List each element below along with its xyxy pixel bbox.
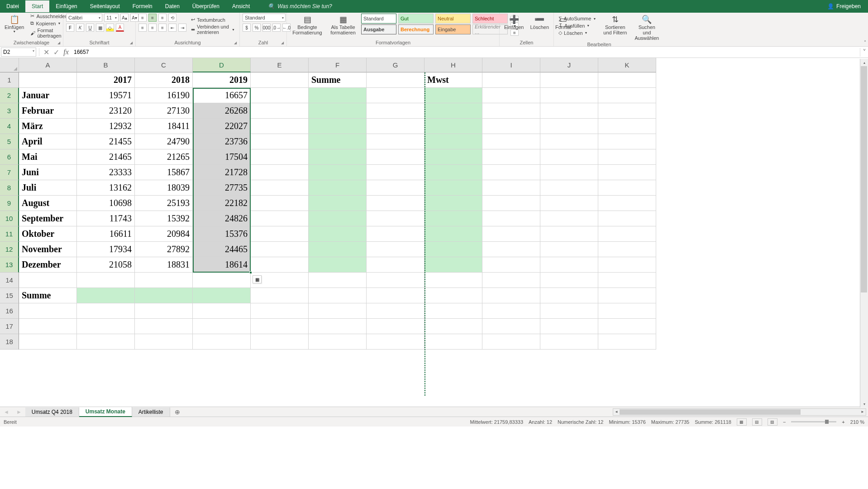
clear-button[interactable]: ◇Löschen▼ [557, 29, 598, 36]
cell-H1[interactable]: Mwst [424, 72, 482, 88]
cell-G9[interactable] [367, 196, 424, 211]
cell-A6[interactable]: Mai [19, 149, 77, 165]
cell-E9[interactable] [251, 196, 309, 211]
cell-A14[interactable] [19, 273, 77, 288]
cell-G17[interactable] [367, 319, 424, 334]
cell-A9[interactable]: August [19, 196, 77, 211]
cell-B10[interactable]: 11743 [77, 211, 135, 226]
cell-D8[interactable]: 27735 [193, 180, 251, 196]
cell-C12[interactable]: 27892 [135, 242, 193, 257]
row-header-2[interactable]: 2 [0, 88, 19, 103]
cell-B13[interactable]: 21058 [77, 257, 135, 273]
cell-J8[interactable] [540, 180, 598, 196]
align-right-button[interactable]: ≡ [158, 24, 167, 32]
share-button[interactable]: 👤 Freigeben [827, 3, 861, 10]
tab-ueberpruefen[interactable]: Überprüfen [186, 0, 226, 12]
cell-C6[interactable]: 21265 [135, 149, 193, 165]
cell-D11[interactable]: 15376 [193, 226, 251, 242]
cell-F6[interactable] [309, 149, 367, 165]
decrease-indent-button[interactable]: ⇤ [168, 24, 176, 32]
cell-C3[interactable]: 27130 [135, 103, 193, 119]
cell-D7[interactable]: 21728 [193, 165, 251, 180]
font-color-button[interactable]: A [116, 24, 124, 32]
number-dialog-launcher[interactable]: ◢ [281, 41, 286, 45]
column-header-I[interactable]: I [482, 58, 540, 72]
cell-F2[interactable] [309, 88, 367, 103]
cell-F13[interactable] [309, 257, 367, 273]
row-header-14[interactable]: 14 [0, 273, 19, 288]
cell-C15[interactable] [135, 288, 193, 303]
cell-K1[interactable] [598, 72, 656, 88]
cell-K14[interactable] [598, 273, 656, 288]
cell-K15[interactable] [598, 288, 656, 303]
cell-J17[interactable] [540, 319, 598, 334]
row-header-16[interactable]: 16 [0, 303, 19, 319]
cell-F5[interactable] [309, 134, 367, 149]
cell-A7[interactable]: Juni [19, 165, 77, 180]
cell-J14[interactable] [540, 273, 598, 288]
cell-F17[interactable] [309, 319, 367, 334]
cell-K9[interactable] [598, 196, 656, 211]
cell-G4[interactable] [367, 119, 424, 134]
align-left-button[interactable]: ≡ [138, 24, 147, 32]
cell-F10[interactable] [309, 211, 367, 226]
select-all-corner[interactable] [0, 58, 19, 72]
cell-H18[interactable] [424, 334, 482, 350]
cell-H5[interactable] [424, 134, 482, 149]
cell-H16[interactable] [424, 303, 482, 319]
cell-I13[interactable] [482, 257, 540, 273]
wrap-text-button[interactable]: ↩Textumbruch [189, 16, 237, 23]
row-header-18[interactable]: 18 [0, 334, 19, 350]
view-page-layout-button[interactable]: ▤ [752, 418, 762, 426]
hscroll-left[interactable]: ◄ [613, 409, 620, 415]
cell-B12[interactable]: 17934 [77, 242, 135, 257]
column-header-C[interactable]: C [135, 58, 193, 72]
cell-K2[interactable] [598, 88, 656, 103]
cell-D13[interactable]: 18614 [193, 257, 251, 273]
cell-A5[interactable]: April [19, 134, 77, 149]
cell-H7[interactable] [424, 165, 482, 180]
cell-G5[interactable] [367, 134, 424, 149]
enter-formula-button[interactable]: ✓ [51, 48, 61, 57]
accounting-format-button[interactable]: $ [243, 24, 251, 32]
cell-G16[interactable] [367, 303, 424, 319]
cell-H13[interactable] [424, 257, 482, 273]
cell-C14[interactable] [135, 273, 193, 288]
cell-I9[interactable] [482, 196, 540, 211]
increase-indent-button[interactable]: ⇥ [178, 24, 186, 32]
cell-D6[interactable]: 17504 [193, 149, 251, 165]
cell-C10[interactable]: 15392 [135, 211, 193, 226]
cell-K17[interactable] [598, 319, 656, 334]
cell-style-neutral[interactable]: Neutral [435, 14, 471, 24]
cell-J11[interactable] [540, 226, 598, 242]
sheet-nav-prev[interactable]: ◄ [0, 409, 13, 415]
cell-F8[interactable] [309, 180, 367, 196]
cell-J4[interactable] [540, 119, 598, 134]
cell-B5[interactable]: 21455 [77, 134, 135, 149]
cell-E13[interactable] [251, 257, 309, 273]
conditional-formatting-button[interactable]: ▤ Bedingte Formatierung [290, 14, 325, 36]
cell-J2[interactable] [540, 88, 598, 103]
vscroll-thumb[interactable] [861, 66, 867, 292]
column-header-F[interactable]: F [309, 58, 367, 72]
cell-C16[interactable] [135, 303, 193, 319]
row-header-15[interactable]: 15 [0, 288, 19, 303]
cell-E2[interactable] [251, 88, 309, 103]
cell-B17[interactable] [77, 319, 135, 334]
tab-einfuegen[interactable]: Einfügen [49, 0, 83, 12]
cell-I7[interactable] [482, 165, 540, 180]
row-header-7[interactable]: 7 [0, 165, 19, 180]
cell-J16[interactable] [540, 303, 598, 319]
cell-J13[interactable] [540, 257, 598, 273]
cell-F14[interactable] [309, 273, 367, 288]
row-header-17[interactable]: 17 [0, 319, 19, 334]
cell-H4[interactable] [424, 119, 482, 134]
merge-center-button[interactable]: ⬌Verbinden und zentrieren▼ [189, 24, 237, 35]
cell-G2[interactable] [367, 88, 424, 103]
cell-C9[interactable]: 25193 [135, 196, 193, 211]
fill-color-button[interactable]: ◇ [106, 24, 114, 32]
cell-C17[interactable] [135, 319, 193, 334]
cell-K10[interactable] [598, 211, 656, 226]
cell-E8[interactable] [251, 180, 309, 196]
cell-E4[interactable] [251, 119, 309, 134]
